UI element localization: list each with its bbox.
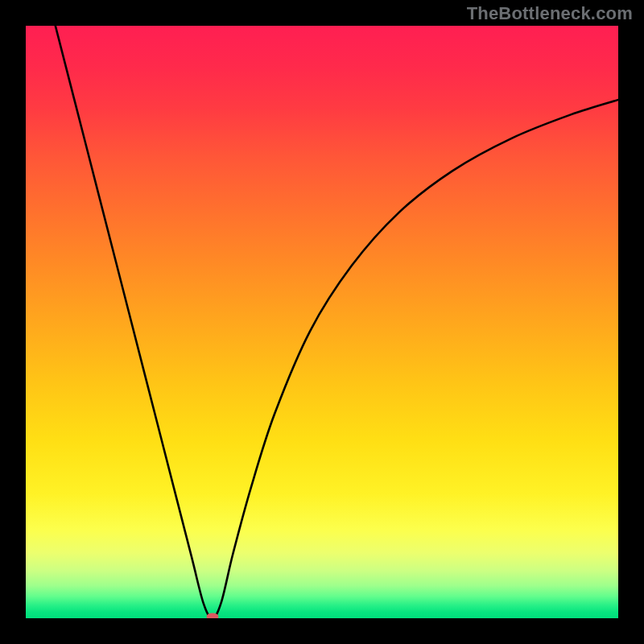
chart-container: TheBottleneck.com bbox=[0, 0, 644, 644]
watermark-text: TheBottleneck.com bbox=[467, 3, 633, 24]
curve-svg bbox=[26, 26, 618, 618]
plot-area bbox=[26, 26, 618, 618]
optimal-point-marker bbox=[206, 613, 218, 619]
bottleneck-curve bbox=[56, 26, 618, 618]
